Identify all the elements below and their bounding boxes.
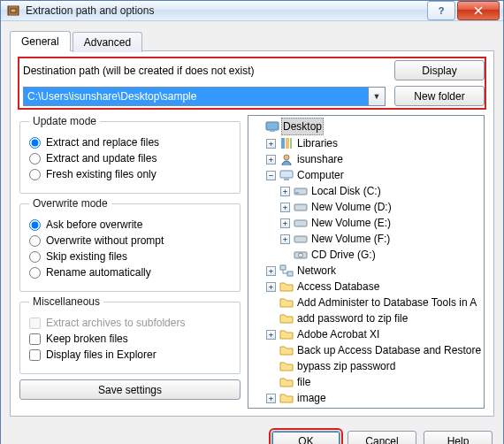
overwrite-radio-1[interactable] (29, 235, 41, 247)
misc-group: Miscellaneous Extract archives to subfol… (19, 295, 241, 374)
app-icon (6, 4, 20, 18)
overwrite-mode-legend: Overwrite mode (29, 197, 111, 210)
update-radio-1[interactable] (29, 153, 41, 165)
expander-icon[interactable]: + (280, 203, 290, 212)
misc-opt-1[interactable]: Keep broken files (29, 333, 231, 345)
tree-node-drive-e[interactable]: + New Volume (E:) (280, 215, 484, 231)
folder-icon (279, 391, 294, 405)
tree-node-folder[interactable]: +image (266, 390, 484, 406)
destination-dropdown[interactable]: ▼ (369, 87, 386, 106)
drive-icon (294, 184, 308, 198)
misc-check-2[interactable] (29, 349, 41, 361)
overwrite-opt-2[interactable]: Skip existing files (29, 250, 231, 263)
ok-button[interactable]: OK (271, 431, 340, 444)
new-folder-button[interactable]: New folder (394, 86, 485, 106)
update-radio-2[interactable] (29, 169, 41, 180)
desktop-icon (265, 119, 279, 134)
svg-rect-13 (294, 220, 307, 226)
tree-node-user[interactable]: + isunshare (266, 151, 484, 167)
overwrite-label-3: Rename automatically (46, 266, 151, 279)
tree-label-folder: add password to zip file (295, 310, 409, 326)
body-columns: Update mode Extract and replace files Ex… (19, 115, 485, 409)
misc-opt-2[interactable]: Display files in Explorer (29, 348, 231, 361)
update-mode-group: Update mode Extract and replace files Ex… (19, 115, 241, 194)
svg-rect-11 (295, 192, 299, 194)
drive-icon (294, 216, 308, 230)
tree-node-desktop[interactable]: Desktop (252, 118, 484, 135)
folder-icon (279, 311, 294, 325)
tree-node-drive-f[interactable]: + New Volume (F:) (280, 231, 484, 247)
update-opt-2[interactable]: Fresh existing files only (29, 168, 231, 180)
svg-point-7 (284, 155, 289, 160)
expander-icon[interactable]: − (266, 171, 276, 180)
tree-node-folder[interactable]: Back up Access Database and Restore (266, 342, 484, 358)
folder-tree-panel: Desktop + Libraries (248, 115, 485, 409)
misc-label-2: Display files in Explorer (46, 348, 157, 361)
tree-node-drive-c[interactable]: + Local Disk (C:) (280, 183, 484, 199)
expander-icon[interactable]: + (266, 282, 276, 292)
help-footer-button[interactable]: Help (424, 431, 493, 444)
expander-icon[interactable]: + (280, 218, 290, 228)
tree-node-folder[interactable]: +Access Database (266, 279, 484, 295)
overwrite-opt-0[interactable]: Ask before overwrite (29, 218, 231, 231)
close-button[interactable] (457, 1, 500, 20)
tree-label-drive-f: New Volume (F:) (309, 231, 392, 247)
expander-icon[interactable]: + (266, 139, 276, 149)
update-opt-0[interactable]: Extract and replace files (29, 136, 231, 149)
expander-icon[interactable]: + (266, 394, 276, 403)
overwrite-radio-2[interactable] (29, 251, 41, 263)
window-controls: ? (425, 1, 500, 20)
update-mode-legend: Update mode (29, 115, 100, 127)
save-settings-button[interactable]: Save settings (19, 379, 241, 400)
overwrite-mode-group: Overwrite mode Ask before overwrite Over… (19, 197, 241, 292)
svg-rect-12 (294, 204, 307, 211)
tree-node-folder[interactable]: add password to zip file (266, 310, 484, 326)
help-button[interactable]: ? (427, 1, 455, 20)
user-icon (279, 152, 294, 166)
expander-icon[interactable]: + (266, 155, 276, 165)
misc-legend: Miscellaneous (29, 295, 103, 308)
update-opt-1[interactable]: Extract and update files (29, 152, 231, 165)
tree-label-folder: image (295, 390, 328, 406)
expander-icon[interactable]: + (280, 234, 290, 244)
cancel-button[interactable]: Cancel (347, 431, 416, 444)
svg-rect-17 (280, 265, 286, 270)
display-button[interactable]: Display (394, 60, 485, 80)
tree-node-network[interactable]: + Network (266, 263, 484, 279)
overwrite-opt-3[interactable]: Rename automatically (29, 266, 231, 279)
tree-node-drive-g[interactable]: CD Drive (G:) (280, 247, 484, 263)
overwrite-radio-0[interactable] (29, 219, 41, 231)
cd-drive-icon (294, 248, 308, 262)
tree-node-computer[interactable]: − Computer (266, 167, 484, 183)
tree-label-network: Network (295, 263, 338, 279)
overwrite-opt-1[interactable]: Overwrite without prompt (29, 234, 231, 247)
update-radio-0[interactable] (29, 137, 41, 149)
overwrite-label-0: Ask before overwrite (46, 218, 142, 231)
tab-advanced[interactable]: Advanced (73, 32, 142, 52)
tree-node-folder[interactable]: +Adobe Acrobat XI (266, 326, 484, 342)
svg-rect-9 (284, 179, 289, 180)
tree-node-folder[interactable]: Add Administer to Database Tools in A (266, 295, 484, 310)
tree-node-libraries[interactable]: + Libraries (266, 135, 484, 151)
expander-icon[interactable]: + (266, 266, 276, 276)
folder-icon (279, 375, 294, 389)
tree-node-folder[interactable]: file (266, 374, 484, 390)
tab-general[interactable]: General (10, 31, 71, 51)
folder-tree[interactable]: Desktop + Libraries (248, 116, 484, 408)
tree-label-drive-c: Local Disk (C:) (309, 183, 383, 199)
expander-icon[interactable]: + (280, 187, 290, 196)
misc-check-1[interactable] (29, 333, 41, 345)
tree-node-folder[interactable]: bypass zip password (266, 358, 484, 374)
overwrite-radio-3[interactable] (29, 267, 41, 279)
tab-strip: General Advanced (10, 30, 494, 50)
svg-point-16 (299, 253, 303, 257)
libraries-icon (279, 136, 294, 150)
expander-icon[interactable]: + (266, 330, 276, 340)
destination-input[interactable] (23, 87, 369, 106)
tree-label-folder: Adobe Acrobat XI (295, 326, 381, 342)
tree-label-computer: Computer (295, 167, 346, 183)
svg-rect-6 (290, 138, 292, 149)
folder-icon (279, 295, 294, 310)
tree-label-libraries: Libraries (295, 135, 340, 151)
tree-node-drive-d[interactable]: + New Volume (D:) (280, 199, 484, 215)
